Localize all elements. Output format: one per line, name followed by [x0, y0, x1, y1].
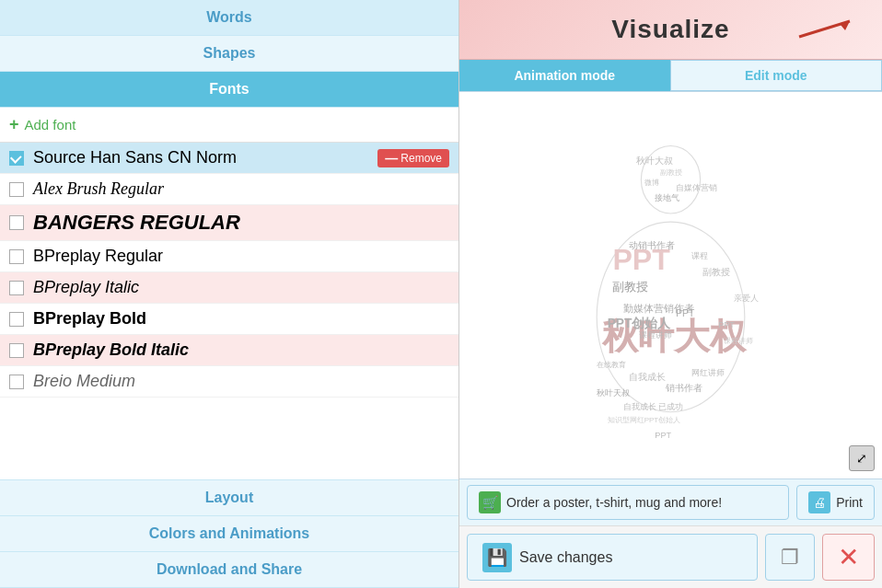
left-panel: Words Shapes Fonts + Add font Source Han… — [0, 0, 459, 588]
list-item[interactable]: BPreplay Regular — [0, 241, 458, 272]
font-list: Source Han Sans CN Norm — Remove Alex Br… — [0, 143, 458, 479]
font-name-source-han: Source Han Sans CN Norm — [33, 148, 370, 167]
svg-text:网红讲师: 网红讲师 — [691, 368, 725, 377]
font-checkbox-alex[interactable] — [9, 182, 24, 197]
tab-animation-mode[interactable]: Animation mode — [459, 60, 670, 91]
svg-text:PPT创始人: PPT创始人 — [608, 317, 672, 330]
nav-button-colors[interactable]: Colors and Animations — [0, 516, 458, 552]
svg-text:副教授: 副教授 — [612, 281, 648, 294]
font-checkbox-bpreplay-bold[interactable] — [9, 312, 24, 327]
save-label: Save changes — [519, 549, 612, 566]
save-button[interactable]: 💾 Save changes — [467, 534, 758, 581]
font-name-bangers: BANGERS REGULAR — [33, 211, 449, 235]
list-item[interactable]: BPreplay Bold Italic — [0, 335, 458, 366]
svg-text:PPT: PPT — [655, 431, 671, 440]
word-cloud-svg: 秋叶大叔 副教授 微博 自媒体营销 接地气 PPT 秋叶大权 副教授 副教授 勤… — [459, 92, 882, 478]
remove-font-button[interactable]: — Remove — [377, 149, 449, 167]
bottom-nav: Layout Colors and Animations Download an… — [0, 479, 458, 588]
svg-text:课程讲师: 课程讲师 — [724, 337, 753, 345]
nav-button-words[interactable]: Words — [0, 0, 458, 36]
add-font-button[interactable]: Add font — [25, 117, 76, 133]
svg-line-0 — [799, 21, 850, 37]
svg-text:接地气: 接地气 — [655, 193, 679, 202]
nav-button-download[interactable]: Download and Share — [0, 552, 458, 588]
svg-text:自媒体营销: 自媒体营销 — [676, 183, 717, 192]
font-checkbox-bpreplay-italic[interactable] — [9, 281, 24, 295]
svg-text:自我成长 已成功: 自我成长 已成功 — [623, 402, 684, 411]
font-checkbox-bangers[interactable] — [9, 215, 24, 230]
font-name-bpreplay: BPreplay Regular — [33, 247, 449, 266]
svg-text:销书作者: 销书作者 — [665, 383, 702, 393]
svg-text:PPT: PPT — [718, 320, 735, 329]
floppy-icon: 💾 — [482, 543, 512, 572]
print-button[interactable]: 🖨 Print — [796, 485, 875, 520]
svg-text:亲爱人: 亲爱人 — [734, 294, 759, 303]
font-checkbox-bpreplay-bold-italic[interactable] — [9, 343, 24, 358]
print-label: Print — [836, 495, 863, 510]
mode-tabs: Animation mode Edit mode — [459, 60, 882, 92]
svg-text:秋叶天叔: 秋叶天叔 — [597, 388, 630, 398]
svg-text:秋叶大叔: 秋叶大叔 — [636, 156, 673, 166]
action-bar: 🛒 Order a poster, t-shirt, mug and more!… — [459, 478, 882, 525]
svg-text:课程: 课程 — [691, 251, 708, 260]
font-name-alex: Alex Brush Regular — [33, 179, 449, 199]
font-checkbox-bpreplay[interactable] — [9, 249, 24, 264]
list-item[interactable]: BPreplay Italic — [0, 272, 458, 304]
copy-icon: ❐ — [781, 546, 799, 570]
expand-icon: ⤢ — [856, 451, 867, 466]
list-item[interactable]: BPreplay Bold — [0, 304, 458, 335]
remove-label: Remove — [400, 152, 442, 165]
nav-button-fonts[interactable]: Fonts — [0, 72, 458, 108]
add-font-bar: + Add font — [0, 108, 458, 143]
copy-button[interactable]: ❐ — [765, 534, 815, 581]
svg-text:副教授: 副教授 — [702, 267, 730, 277]
order-label: Order a poster, t-shirt, mug and more! — [506, 495, 722, 510]
close-icon: ✕ — [838, 542, 859, 572]
save-row: 💾 Save changes ❐ ✕ — [459, 525, 882, 588]
list-item[interactable]: BANGERS REGULAR — [0, 205, 458, 241]
expand-button[interactable]: ⤢ — [849, 445, 875, 471]
svg-text:自我成长: 自我成长 — [629, 372, 666, 382]
font-name-bpreplay-bold-italic: BPreplay Bold Italic — [33, 340, 449, 360]
tab-edit-mode[interactable]: Edit mode — [670, 60, 883, 91]
visualize-header: Visualize — [459, 0, 882, 60]
delete-button[interactable]: ✕ — [822, 534, 875, 581]
svg-text:在线教育: 在线教育 — [597, 362, 626, 370]
list-item[interactable]: Breio Medium — [0, 366, 458, 398]
svg-text:知识型网红PPT创始人: 知识型网红PPT创始人 — [608, 416, 681, 424]
font-name-breio: Breio Medium — [33, 372, 449, 391]
font-name-bpreplay-italic: BPreplay Italic — [33, 278, 449, 297]
svg-text:课程讲师: 课程讲师 — [639, 330, 672, 340]
list-item[interactable]: Source Han Sans CN Norm — Remove — [0, 143, 458, 174]
cart-icon: 🛒 — [479, 491, 501, 513]
svg-text:动销书作者: 动销书作者 — [629, 240, 675, 250]
order-button[interactable]: 🛒 Order a poster, t-shirt, mug and more! — [467, 485, 789, 520]
arrow-indicator — [790, 14, 864, 45]
font-name-bpreplay-bold: BPreplay Bold — [33, 309, 449, 329]
font-checkbox-source-han[interactable] — [9, 151, 24, 166]
font-checkbox-breio[interactable] — [9, 375, 24, 389]
nav-button-shapes[interactable]: Shapes — [0, 36, 458, 72]
add-font-plus-icon: + — [9, 115, 19, 134]
svg-text:PPT: PPT — [676, 308, 695, 318]
nav-button-layout[interactable]: Layout — [0, 480, 458, 516]
visualize-title: Visualize — [611, 15, 729, 44]
svg-text:副教授: 副教授 — [660, 168, 682, 177]
list-item[interactable]: Alex Brush Regular — [0, 174, 458, 205]
remove-minus-icon: — — [385, 151, 398, 166]
right-panel: Visualize Animation mode Edit mode 秋叶大叔 … — [459, 0, 882, 588]
fonts-section: + Add font Source Han Sans CN Norm — Rem… — [0, 108, 458, 479]
svg-text:微博: 微博 — [644, 179, 659, 187]
printer-icon: 🖨 — [808, 491, 830, 513]
word-cloud-area: 秋叶大叔 副教授 微博 自媒体营销 接地气 PPT 秋叶大权 副教授 副教授 勤… — [459, 92, 882, 478]
